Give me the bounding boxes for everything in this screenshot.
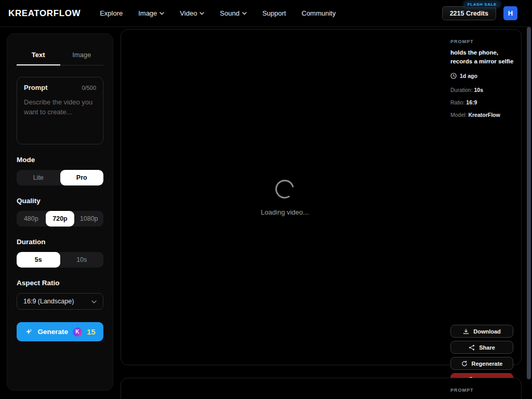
- credits-button[interactable]: 2215 Credits: [442, 6, 496, 20]
- top-navbar: KREATORFLOW Explore Image Video Sound Su…: [0, 0, 532, 27]
- share-icon: [469, 344, 475, 351]
- meta-ratio-label: Ratio:: [450, 99, 464, 105]
- credits-wrap: FLASH SALE 2215 Credits: [442, 6, 496, 20]
- prompt-char-counter: 0/500: [82, 85, 96, 91]
- share-label: Share: [479, 344, 495, 351]
- generate-cost: 15: [87, 327, 96, 336]
- nav-item-image[interactable]: Image: [138, 9, 164, 17]
- regenerate-button[interactable]: Regenerate: [450, 357, 513, 370]
- prompt-box: Prompt 0/500: [17, 77, 103, 144]
- mode-label: Mode: [17, 156, 103, 164]
- nav-item-label: Video: [180, 9, 197, 17]
- mode-option-pro[interactable]: Pro: [60, 170, 104, 185]
- share-button[interactable]: Share: [450, 341, 513, 354]
- aspect-ratio-value: 16:9 (Landscape): [23, 298, 74, 305]
- meta-model-label: Model:: [450, 112, 467, 118]
- meta-duration-row: Duration: 10s: [450, 86, 522, 95]
- download-icon: [463, 328, 469, 335]
- clock-icon: [450, 73, 457, 79]
- chevron-down-icon: [91, 300, 97, 303]
- nav-item-explore[interactable]: Explore: [100, 9, 123, 17]
- meta-duration-value: 10s: [474, 87, 484, 93]
- tab-image[interactable]: Image: [60, 46, 104, 65]
- nav-item-label: Support: [262, 9, 286, 17]
- duration-option-5s[interactable]: 5s: [17, 252, 60, 268]
- generate-button[interactable]: Generate K 15: [17, 322, 103, 341]
- meta-ratio-value: 16:9: [466, 99, 477, 105]
- prompt-meta-label: PROMPT: [450, 388, 522, 393]
- nav-item-label: Sound: [220, 9, 240, 17]
- nav-item-sound[interactable]: Sound: [220, 9, 247, 17]
- prompt-meta-text: moves her hair: [450, 397, 516, 399]
- loading-spinner-icon: [274, 178, 296, 200]
- prompt-input[interactable]: [24, 98, 96, 138]
- regenerate-label: Regenerate: [472, 361, 503, 367]
- quality-option-720p[interactable]: 720p: [46, 211, 75, 227]
- mode-toggle: Lite Pro: [17, 170, 103, 185]
- regenerate-icon: [461, 361, 468, 367]
- duration-toggle: 5s 10s: [17, 252, 103, 268]
- prompt-label: Prompt: [24, 84, 48, 91]
- sparkle-icon: [24, 328, 33, 336]
- generate-label: Generate: [37, 328, 68, 336]
- download-button[interactable]: Download: [450, 325, 513, 338]
- quality-label: Quality: [17, 197, 103, 205]
- tab-text[interactable]: Text: [17, 46, 60, 65]
- meta-ratio-row: Ratio: 16:9: [450, 98, 522, 107]
- navbar-right: FLASH SALE 2215 Credits H: [442, 6, 517, 20]
- nav-item-label: Image: [138, 9, 157, 17]
- flash-sale-badge: FLASH SALE: [464, 1, 500, 7]
- scrollbar-thumb[interactable]: [527, 27, 531, 379]
- time-ago-row: 1d ago: [450, 73, 522, 79]
- nav-item-video[interactable]: Video: [180, 9, 204, 17]
- download-label: Download: [473, 328, 501, 335]
- quality-option-480p[interactable]: 480p: [17, 211, 46, 227]
- nav-item-support[interactable]: Support: [262, 9, 286, 17]
- nav-item-label: Explore: [100, 9, 123, 17]
- chevron-down-icon: [159, 12, 164, 15]
- meta-model-row: Model: KreatorFlow: [450, 111, 522, 119]
- time-ago-text: 1d ago: [460, 73, 477, 79]
- prompt-header: Prompt 0/500: [24, 84, 96, 91]
- chevron-down-icon: [242, 12, 247, 15]
- loading-text: Loading video...: [261, 208, 309, 216]
- app-logo[interactable]: KREATORFLOW: [8, 8, 81, 19]
- prompt-meta-label: PROMPT: [450, 39, 522, 44]
- prompt-meta-text: holds the phone, records a mirror selfie: [450, 48, 516, 65]
- chevron-down-icon: [200, 12, 204, 15]
- credit-coin-icon: K: [73, 327, 82, 337]
- main-nav: Explore Image Video Sound Support Commun…: [100, 9, 336, 17]
- aspect-ratio-label: Aspect Ratio: [17, 279, 103, 287]
- aspect-ratio-select[interactable]: 16:9 (Landscape): [17, 293, 103, 310]
- mode-option-lite[interactable]: Lite: [17, 170, 60, 185]
- video-player-area: Loading video...: [121, 30, 448, 365]
- quality-toggle: 480p 720p 1080p: [17, 211, 103, 227]
- nav-item-label: Community: [302, 9, 336, 17]
- scrollbar-track: [526, 0, 532, 399]
- nav-item-community[interactable]: Community: [302, 9, 336, 17]
- user-avatar[interactable]: H: [503, 6, 517, 20]
- quality-option-1080p[interactable]: 1080p: [74, 211, 103, 227]
- video-meta: PROMPT holds the phone, records a mirror…: [450, 30, 522, 365]
- meta-model-value: KreatorFlow: [468, 112, 500, 118]
- duration-label: Duration: [17, 238, 103, 246]
- video-actions: Download Share Regenerate Delete: [450, 325, 513, 386]
- video-card: Loading video... PROMPT holds the phone,…: [121, 29, 522, 365]
- next-video-card: PROMPT moves her hair: [121, 378, 522, 399]
- duration-option-10s[interactable]: 10s: [60, 252, 104, 268]
- input-mode-tabs: Text Image: [17, 46, 103, 65]
- generation-sidebar: Text Image Prompt 0/500 Mode Lite Pro Qu…: [7, 33, 113, 391]
- meta-duration-label: Duration:: [450, 87, 473, 93]
- video-meta: PROMPT moves her hair: [450, 378, 522, 399]
